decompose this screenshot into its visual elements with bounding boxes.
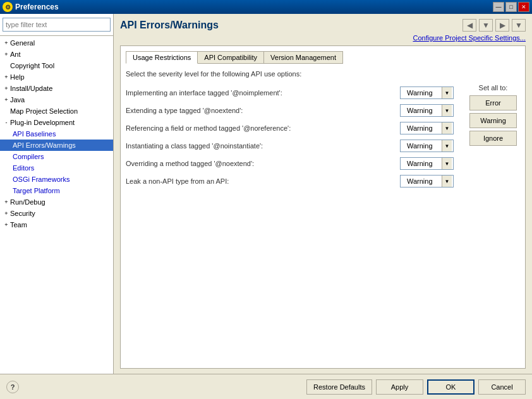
tab-content: Select the severity level for the follow… [126, 70, 520, 363]
help-button[interactable]: ? [6, 381, 19, 393]
sidebar-item-osgi[interactable]: OSGi Frameworks [0, 174, 113, 185]
expander-security: + [0, 208, 10, 218]
filter-input[interactable] [3, 18, 111, 32]
label-security: Security [10, 210, 35, 217]
expander-target [0, 186, 13, 196]
back-button[interactable]: ◀ [462, 19, 476, 32]
forward-dropdown[interactable]: ▼ [512, 19, 526, 32]
content-header: API Errors/Warnings ◀ ▼ ▶ ▼ [120, 19, 526, 32]
sidebar-item-general[interactable]: + General [0, 37, 113, 49]
bottom-right: Restore Defaults Apply OK Cancel [306, 379, 526, 395]
sidebar-item-map-project[interactable]: Map Project Selection [0, 105, 113, 117]
option-select-0: Warning ▼ [400, 86, 454, 99]
bottom-bar: ? Restore Defaults Apply OK Cancel [0, 374, 532, 399]
expander-osgi [0, 174, 13, 184]
sidebar-item-compilers[interactable]: Compilers [0, 151, 113, 162]
label-editors: Editors [13, 164, 34, 172]
option-row-0: Implementing an interface tagged '@noimp… [126, 84, 454, 102]
configure-link[interactable]: Configure Project Specific Settings... [120, 34, 526, 42]
expander-help: + [0, 72, 10, 82]
option-row-4: Overriding a method tagged '@noextend': … [126, 155, 454, 172]
label-copyright: Copyright Tool [10, 62, 54, 69]
select-value-1[interactable]: Warning ▼ [400, 104, 454, 117]
option-select-1: Warning ▼ [400, 104, 454, 117]
select-value-0[interactable]: Warning ▼ [400, 86, 454, 99]
option-row-1: Extending a type tagged '@noextend': War… [126, 102, 454, 119]
expander-copyright [0, 61, 10, 71]
sidebar-item-security[interactable]: + Security [0, 208, 113, 219]
sidebar-item-help[interactable]: + Help [0, 71, 113, 83]
option-select-2: Warning ▼ [400, 122, 454, 134]
option-row-2: Referencing a field or method tagged '@n… [126, 119, 454, 137]
select-value-5[interactable]: Warning ▼ [400, 175, 454, 188]
label-compilers: Compilers [13, 153, 44, 160]
select-arrow-3: ▼ [442, 140, 452, 152]
sidebar-item-editors[interactable]: Editors [0, 162, 113, 174]
select-value-4[interactable]: Warning ▼ [400, 157, 454, 170]
sidebar-item-plugin-dev[interactable]: - Plug-in Development [0, 117, 113, 128]
sidebar-item-install[interactable]: + Install/Update [0, 83, 113, 94]
select-value-2[interactable]: Warning ▼ [400, 122, 454, 134]
nav-buttons: ◀ ▼ ▶ ▼ [462, 19, 526, 32]
nav-dropdown[interactable]: ▼ [479, 19, 493, 32]
option-select-4: Warning ▼ [400, 157, 454, 170]
sidebar-item-run-debug[interactable]: + Run/Debug [0, 196, 113, 208]
label-ant: Ant [10, 51, 21, 58]
set-all-btn-warning[interactable]: Warning [469, 113, 517, 128]
minimize-button[interactable]: — [493, 2, 504, 12]
expander-api-baselines [0, 129, 13, 139]
set-all-btn-ignore[interactable]: Ignore [469, 131, 517, 146]
expander-java: + [0, 95, 10, 105]
tab-compat[interactable]: API Compatibility [197, 51, 264, 64]
label-api-errors: API Errors/Warnings [13, 141, 76, 149]
label-general: General [10, 39, 35, 47]
set-all-btn-error[interactable]: Error [469, 95, 517, 110]
restore-defaults-button[interactable]: Restore Defaults [306, 379, 372, 395]
expander-api-errors [0, 140, 13, 150]
label-run-debug: Run/Debug [10, 198, 45, 206]
expander-install: + [0, 83, 10, 93]
window-title: Preferences [15, 3, 59, 11]
option-label-0: Implementing an interface tagged '@noimp… [126, 89, 400, 97]
label-install: Install/Update [10, 85, 52, 92]
expander-ant: + [0, 49, 10, 59]
select-arrow-1: ▼ [442, 105, 452, 116]
sidebar-item-java[interactable]: + Java [0, 94, 113, 105]
select-arrow-0: ▼ [442, 87, 452, 98]
sidebar-filter [0, 14, 113, 36]
content-area: API Errors/Warnings ◀ ▼ ▶ ▼ Configure Pr… [114, 14, 532, 374]
sidebar-item-api-baselines[interactable]: API Baselines [0, 128, 113, 140]
label-map-project: Map Project Selection [10, 107, 78, 115]
bottom-left: ? [6, 381, 19, 393]
option-label-1: Extending a type tagged '@noextend': [126, 107, 400, 114]
options-grid: Implementing an interface tagged '@noimp… [126, 84, 454, 190]
close-button[interactable]: ✕ [518, 2, 529, 12]
label-java: Java [10, 96, 25, 104]
select-arrow-4: ▼ [442, 158, 452, 169]
option-label-5: Leak a non-API type from an API: [126, 177, 400, 185]
forward-button[interactable]: ▶ [495, 19, 509, 32]
sidebar-item-copyright[interactable]: Copyright Tool [0, 60, 113, 71]
label-team: Team [10, 221, 27, 229]
sidebar-item-target[interactable]: Target Platform [0, 185, 113, 196]
sidebar-item-api-errors[interactable]: API Errors/Warnings [0, 140, 113, 151]
select-arrow-5: ▼ [442, 176, 452, 187]
sidebar-item-team[interactable]: + Team [0, 219, 113, 230]
label-osgi: OSGi Frameworks [13, 176, 70, 183]
sidebar-item-ant[interactable]: + Ant [0, 49, 113, 60]
cancel-button[interactable]: Cancel [478, 379, 526, 395]
select-value-3[interactable]: Warning ▼ [400, 140, 454, 152]
tab-version[interactable]: Version Management [263, 51, 343, 64]
option-select-3: Warning ▼ [400, 140, 454, 152]
tab-usage[interactable]: Usage Restrictions [126, 51, 198, 64]
maximize-button[interactable]: □ [505, 2, 517, 12]
expander-general: + [0, 38, 10, 48]
sidebar-tree: + General + Ant Copyright Tool + Help + … [0, 36, 113, 374]
label-plugin-dev: Plug-in Development [10, 119, 75, 126]
option-row-3: Instantiating a class tagged '@noinstant… [126, 137, 454, 155]
sidebar: + General + Ant Copyright Tool + Help + … [0, 14, 114, 374]
tabs: Usage RestrictionsAPI CompatibilityVersi… [126, 51, 520, 64]
main-container: + General + Ant Copyright Tool + Help + … [0, 14, 532, 374]
ok-button[interactable]: OK [427, 379, 475, 395]
apply-button[interactable]: Apply [376, 379, 423, 395]
